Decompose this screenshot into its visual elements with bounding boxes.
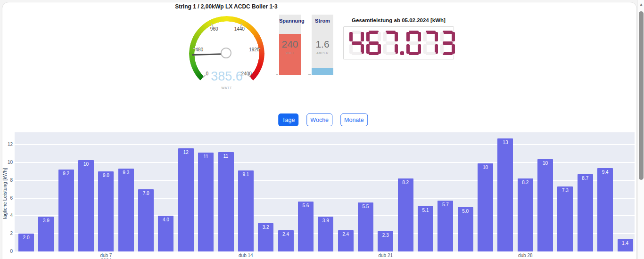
segment-e: [366, 44, 370, 54]
bar[interactable]: 11: [218, 152, 234, 251]
tage-button[interactable]: Tage: [278, 113, 298, 126]
segment-e: [440, 44, 444, 54]
bar[interactable]: 10: [478, 163, 493, 251]
x-tick-text: dub 21: [367, 253, 405, 258]
segment-b: [378, 32, 381, 41]
dashboard-card: String 1 / 2,00kWp LX ACDC Boiler 1-3 38…: [2, 2, 637, 259]
gauge-tick-label: 480: [195, 47, 203, 52]
segment-g: [443, 41, 453, 45]
bar[interactable]: 4.0: [158, 216, 173, 251]
bar[interactable]: 2.4: [338, 230, 354, 251]
bar[interactable]: 5.1: [418, 206, 433, 251]
bar-value-label: 5.0: [458, 209, 473, 214]
bar[interactable]: 2.4: [278, 230, 294, 251]
bar[interactable]: 5.5: [358, 202, 373, 251]
gauge-tick-label: 2400: [241, 71, 252, 76]
gauge-tick-label: 0: [206, 71, 208, 76]
current-value: 1.6: [312, 39, 333, 50]
segment-g: [386, 41, 396, 45]
y-tick-label: 8: [2, 178, 13, 183]
seven-segment-digit: [349, 31, 364, 55]
bar[interactable]: 11: [198, 153, 214, 251]
bar[interactable]: 8.2: [398, 178, 413, 251]
y-tick-label: 10: [2, 160, 13, 165]
bar[interactable]: 3.9: [318, 217, 333, 251]
bar-value-label: 8.2: [398, 180, 413, 185]
bar[interactable]: 7.3: [557, 186, 573, 251]
bar[interactable]: 7.0: [138, 189, 154, 251]
segment-a: [369, 31, 379, 34]
seven-segment-digit: [383, 31, 398, 55]
gauge-tick-label: 960: [210, 26, 218, 32]
bar-value-label: 2.0: [18, 235, 34, 240]
x-tick-text: dub 7: [87, 253, 125, 258]
voltage-gauge-title: Spannung: [279, 18, 301, 24]
bar[interactable]: 1.4: [618, 239, 633, 251]
seven-segment-digit: [406, 31, 421, 55]
segment-d: [386, 52, 396, 55]
period-button-group: Tage Woche Monate: [278, 113, 368, 126]
bar[interactable]: 9.4: [597, 168, 613, 251]
seven-segment-digit: [423, 31, 438, 55]
decimal-point: [400, 51, 404, 55]
bar[interactable]: 9.2: [58, 170, 74, 251]
bar-value-label: 7.0: [138, 191, 154, 196]
bar[interactable]: 13: [497, 138, 513, 251]
scrollbar-thumb[interactable]: [639, 11, 644, 180]
gauge-tick-label: 1440: [234, 26, 245, 32]
bar-value-label: 10: [537, 161, 553, 166]
vertical-scrollbar[interactable]: ▲: [637, 0, 644, 259]
bar[interactable]: 9.3: [118, 169, 134, 251]
bar[interactable]: 5.6: [298, 202, 314, 251]
segment-a: [386, 31, 396, 34]
bar[interactable]: 2.3: [378, 231, 393, 251]
x-tick-label: dub 72024: [87, 253, 125, 259]
segment-e: [383, 44, 387, 54]
bar-value-label: 3.2: [258, 225, 273, 230]
segment-a: [426, 31, 436, 34]
bar[interactable]: 10: [78, 160, 94, 251]
y-tick-label: 0: [2, 249, 13, 254]
bar[interactable]: 3.9: [38, 217, 54, 251]
segment-e: [423, 44, 427, 54]
bar-value-label: 11: [198, 154, 214, 159]
bar-value-label: 5.6: [298, 203, 314, 208]
bar[interactable]: 3.2: [258, 223, 273, 251]
bar[interactable]: 8.2: [518, 178, 533, 251]
segment-d: [369, 52, 379, 55]
voltage-axis-tick: [276, 74, 278, 75]
bar-value-label: 8.7: [578, 176, 593, 181]
segment-d: [352, 52, 362, 55]
woche-button[interactable]: Woche: [306, 113, 332, 126]
monate-button[interactable]: Monate: [340, 113, 368, 126]
y-tick-label: 12: [2, 142, 13, 147]
segment-e: [349, 44, 353, 54]
seven-segment-display: [344, 27, 454, 55]
bar-value-label: 5.7: [438, 202, 453, 207]
voltage-unit: VOLT: [279, 51, 301, 55]
bar-value-label: 9.2: [58, 171, 74, 176]
x-tick-label: dub 14: [227, 253, 264, 258]
bar-value-label: 13: [497, 140, 513, 145]
gauge-hub: [221, 48, 231, 58]
segment-d: [443, 52, 453, 55]
bar-value-label: 1.4: [618, 241, 633, 246]
gauge-tick-label: 1920: [249, 47, 259, 52]
bar[interactable]: 5.7: [438, 201, 453, 251]
bar[interactable]: 12: [178, 148, 194, 251]
gauge-unit: WATT: [189, 86, 264, 89]
bar[interactable]: 9.1: [238, 170, 254, 251]
bar[interactable]: 5.0: [458, 207, 473, 251]
bar[interactable]: 8.7: [578, 174, 593, 251]
scrollbar-up-arrow-icon[interactable]: ▲: [638, 1, 644, 8]
bar[interactable]: 10: [537, 159, 553, 251]
bar-value-label: 5.5: [358, 204, 373, 209]
seven-segment-digit: [440, 31, 455, 55]
x-tick-label: dub 28: [506, 253, 544, 258]
bar-value-label: 9.3: [118, 170, 134, 175]
bar[interactable]: 9.0: [98, 171, 114, 251]
bar[interactable]: 2.0: [18, 234, 34, 251]
y-tick-label: 4: [2, 213, 13, 218]
gauge-value: 385.6: [189, 69, 264, 84]
segment-g: [352, 41, 362, 45]
